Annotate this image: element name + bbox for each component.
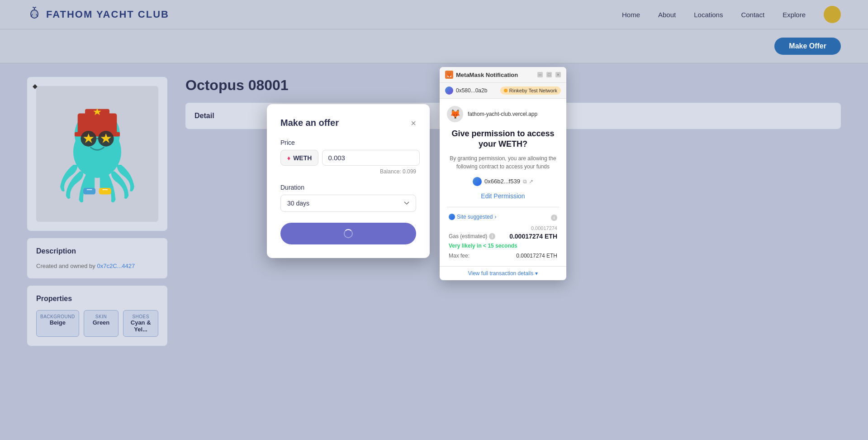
mm-gas-info-icon: i	[489, 233, 495, 239]
svg-rect-13	[100, 176, 109, 189]
navbar: FATHOM YACHT CLUB Home About Locations C…	[0, 0, 868, 29]
mm-footer: View full transaction details ▾	[440, 266, 566, 280]
submit-offer-button[interactable]	[280, 223, 416, 244]
mm-info-icon-container: i	[551, 213, 557, 221]
price-input[interactable]	[322, 150, 420, 166]
mm-gas-site-suggested-row: Site suggested › i	[449, 213, 557, 221]
mm-maximize-button[interactable]: □	[546, 72, 552, 77]
mm-description: By granting permission, you are allowing…	[447, 154, 559, 171]
mm-site-name: fathom-yacht-club.vercel.app	[468, 111, 537, 117]
mm-likely-row: Very likely in < 15 seconds	[449, 243, 557, 249]
properties-card: Properties BACKGROUND Beige SKIN Green S…	[27, 286, 167, 346]
mm-view-details-text: View full transaction details	[468, 270, 534, 277]
mm-close-button[interactable]: ×	[555, 72, 561, 77]
svg-rect-12	[85, 176, 95, 189]
prop-shoes-label: SHOES	[127, 314, 154, 319]
modal-close-button[interactable]: ×	[411, 119, 416, 128]
mm-gas-amount: 0.00017274	[531, 225, 557, 231]
duration-label: Duration	[280, 184, 416, 191]
mm-gas-section: Site suggested › i 0.00017274 Gas (estim…	[447, 213, 559, 259]
properties-heading: Properties	[36, 295, 158, 303]
price-row: ♦ WETH	[280, 150, 416, 166]
prop-background: BACKGROUND Beige	[36, 310, 79, 337]
user-avatar[interactable]	[824, 6, 841, 23]
mm-address-text: 0x580...0a2b	[456, 87, 487, 94]
nav-explore[interactable]: Explore	[783, 11, 806, 19]
offer-modal-header: Make an offer ×	[280, 118, 416, 128]
nav-logo[interactable]: FATHOM YACHT CLUB	[27, 6, 169, 24]
edit-permission-link[interactable]: Edit Permission	[447, 192, 559, 200]
mm-likely-text: Very likely in < 15 seconds	[449, 243, 517, 249]
prop-shoes-value: Cyan & Yel...	[127, 319, 154, 333]
mm-max-fee-row: Max fee: 0.00017274 ETH	[449, 253, 557, 259]
logo-text: FATHOM YACHT CLUB	[46, 9, 169, 20]
mm-site-row: 🦊 fathom-yacht-club.vercel.app	[447, 106, 559, 122]
mm-network-text: Rinkeby Test Network	[509, 88, 557, 93]
mm-info-icon: i	[551, 215, 557, 221]
mm-minimize-button[interactable]: ─	[537, 72, 543, 77]
mm-external-link-button[interactable]: ↗	[529, 178, 533, 185]
prop-skin-label: SKIN	[88, 314, 115, 319]
mm-contract-address: 0x66b2...f539	[484, 178, 520, 185]
mm-gas-label: Gas (estimated) i	[449, 233, 495, 239]
nav-home[interactable]: Home	[622, 11, 640, 19]
svg-rect-14	[83, 188, 95, 194]
properties-grid: BACKGROUND Beige SKIN Green SHOES Cyan &…	[36, 310, 158, 337]
mm-network-dot	[504, 89, 508, 92]
nft-image-card: ◆	[27, 77, 167, 231]
mm-contract-row: 0x66b2...f539 ⧉ ↗	[447, 177, 559, 186]
mm-chevron-right-icon: ›	[494, 214, 496, 220]
description-card: Description Created and owned by 0x7c2C.…	[27, 238, 167, 278]
mm-site-icon-small	[449, 214, 455, 220]
prop-shoes: SHOES Cyan & Yel...	[123, 310, 158, 337]
mm-site-suggested-label: Site suggested	[457, 214, 493, 220]
mm-gas-eth: 0.00017274 ETH	[509, 233, 557, 240]
mm-chevron-down-icon: ▾	[535, 270, 538, 277]
mm-max-fee-value: 0.00017274 ETH	[516, 253, 557, 259]
mm-window-buttons: ─ □ ×	[537, 72, 561, 77]
metamask-fox-icon: 🦊	[445, 71, 453, 79]
mm-network-badge: Rinkeby Test Network	[500, 86, 561, 95]
weth-badge: ♦ WETH	[280, 150, 318, 166]
mm-body: 🦊 fathom-yacht-club.vercel.app Give perm…	[440, 99, 566, 266]
description-heading: Description	[36, 247, 158, 255]
mm-site-suggested[interactable]: Site suggested ›	[449, 214, 496, 220]
mm-contract-actions: ⧉ ↗	[523, 178, 533, 185]
mm-main-title: Give permission to access your WETH?	[447, 129, 559, 150]
mm-title-text: MetaMask Notification	[456, 72, 518, 78]
mm-divider	[447, 207, 559, 207]
mm-account-icon	[445, 86, 453, 95]
weth-diamond-icon: ♦	[287, 154, 290, 162]
weth-label: WETH	[293, 154, 312, 162]
nav-contact[interactable]: Contact	[741, 11, 764, 19]
nav-about[interactable]: About	[658, 11, 676, 19]
offer-modal-title: Make an offer	[280, 118, 339, 128]
svg-rect-3	[78, 113, 117, 135]
owner-address-link[interactable]: 0x7c2C...4427	[97, 263, 135, 269]
fox-emoji: 🦊	[450, 109, 461, 120]
main-content: ◆	[0, 63, 868, 359]
logo-icon	[27, 6, 42, 24]
description-text: Created and owned by 0x7c2C...4427	[36, 263, 158, 269]
left-panel: ◆	[27, 77, 167, 346]
nav-locations[interactable]: Locations	[694, 11, 723, 19]
offer-modal: Make an offer × Price ♦ WETH Balance: 0.…	[267, 104, 430, 258]
metamask-popup: 🦊 MetaMask Notification ─ □ × 0x580...0a…	[440, 67, 566, 280]
prop-skin: SKIN Green	[84, 310, 119, 337]
mm-max-fee-label: Max fee:	[449, 253, 470, 259]
mm-title-left: 🦊 MetaMask Notification	[445, 71, 518, 79]
svg-rect-15	[99, 188, 111, 194]
nav-links: Home About Locations Contact Explore	[622, 6, 841, 23]
mm-copy-address-button[interactable]: ⧉	[523, 178, 527, 185]
mm-titlebar: 🦊 MetaMask Notification ─ □ ×	[440, 67, 566, 83]
mm-view-details-link[interactable]: View full transaction details ▾	[468, 270, 538, 277]
duration-select[interactable]: 1 day 3 days 7 days 30 days 90 days	[280, 195, 416, 212]
offer-bar: Make Offer	[0, 29, 868, 63]
mm-gas-label-row: Gas (estimated) i 0.00017274 ETH	[449, 233, 557, 240]
mm-site-icon: 🦊	[447, 106, 463, 122]
price-label: Price	[280, 139, 416, 146]
make-offer-button[interactable]: Make Offer	[774, 38, 841, 55]
balance-text: Balance: 0.099	[280, 168, 416, 175]
mm-address-row: 0x580...0a2b	[445, 86, 487, 95]
mm-contract-icon	[473, 177, 482, 186]
